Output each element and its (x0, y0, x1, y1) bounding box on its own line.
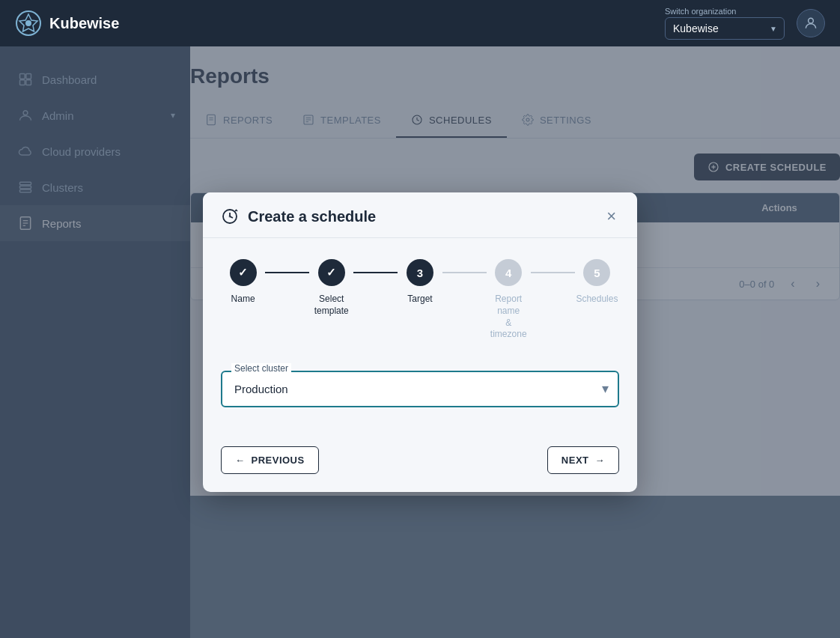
select-cluster-label: Select cluster (231, 363, 291, 374)
next-button[interactable]: NEXT → (547, 446, 619, 474)
select-cluster-select[interactable]: Production Staging Development (221, 371, 619, 407)
step-name: ✓ Name (221, 259, 265, 306)
step-2-circle: ✓ (318, 259, 345, 286)
header-right: Switch organization Kubewise (665, 7, 825, 40)
user-avatar-button[interactable] (797, 9, 825, 37)
org-switcher-select[interactable]: Kubewise (665, 17, 785, 40)
org-switcher-label: Switch organization (665, 7, 736, 16)
step-3-number: 3 (417, 267, 423, 279)
step-2-label: Select template (314, 294, 349, 317)
step-5-label: Schedules (576, 294, 618, 306)
svg-point-1 (25, 20, 31, 26)
modal-close-button[interactable]: × (603, 208, 619, 225)
previous-button[interactable]: ← PREVIOUS (221, 446, 319, 474)
modal-title-icon (221, 207, 239, 225)
step-1-label: Name (231, 294, 255, 306)
svg-point-28 (228, 215, 231, 218)
modal-backdrop: Create a schedule × ✓ Name (190, 46, 840, 638)
step-connector-1-2 (265, 272, 309, 273)
org-switcher: Switch organization Kubewise (665, 7, 785, 40)
step-5-number: 5 (594, 267, 600, 279)
select-cluster-group: Select cluster Production Staging Develo… (221, 371, 619, 407)
content-area: Reports REPORTS (190, 46, 840, 638)
step-connector-2-3 (353, 272, 398, 273)
stepper: ✓ Name ✓ Select template (203, 238, 637, 355)
org-select-wrapper: Kubewise (665, 17, 785, 40)
prev-label: PREVIOUS (252, 455, 305, 466)
logo-icon (15, 10, 42, 37)
step-3-circle: 3 (407, 259, 433, 286)
next-label: NEXT (561, 455, 589, 466)
step-connector-3-4 (442, 272, 487, 273)
svg-point-2 (809, 18, 814, 23)
step-4-label: Report name & timezone (487, 294, 531, 340)
step-select-template: ✓ Select template (309, 259, 353, 317)
app-name: Kubewise (49, 15, 119, 32)
prev-arrow-icon: ← (235, 455, 246, 466)
step-schedules: 5 Schedules (575, 259, 619, 306)
modal-title-container: Create a schedule (221, 207, 376, 225)
create-schedule-modal: Create a schedule × ✓ Name (203, 192, 637, 491)
app-logo: Kubewise (15, 10, 119, 37)
user-icon (803, 16, 818, 31)
app-header: Kubewise Switch organization Kubewise (0, 0, 840, 46)
select-cluster-wrapper: Select cluster Production Staging Develo… (221, 371, 619, 407)
modal-title-text: Create a schedule (248, 208, 376, 225)
modal-footer: ← PREVIOUS NEXT → (203, 443, 637, 492)
step-4-circle: 4 (495, 259, 522, 286)
step-1-circle: ✓ (230, 259, 257, 286)
modal-body: Select cluster Production Staging Develo… (203, 356, 637, 443)
step-target: 3 Target (398, 259, 442, 306)
step-report-name: 4 Report name & timezone (487, 259, 531, 340)
step-1-check: ✓ (238, 266, 248, 279)
next-arrow-icon: → (595, 455, 606, 466)
step-4-number: 4 (505, 267, 511, 279)
step-2-check: ✓ (326, 266, 336, 279)
main-layout: Dashboard Admin ▾ Cloud providers Cluste… (0, 46, 840, 638)
step-5-circle: 5 (583, 259, 610, 286)
step-connector-4-5 (531, 272, 575, 273)
modal-header: Create a schedule × (203, 192, 637, 238)
step-3-label: Target (407, 294, 432, 306)
